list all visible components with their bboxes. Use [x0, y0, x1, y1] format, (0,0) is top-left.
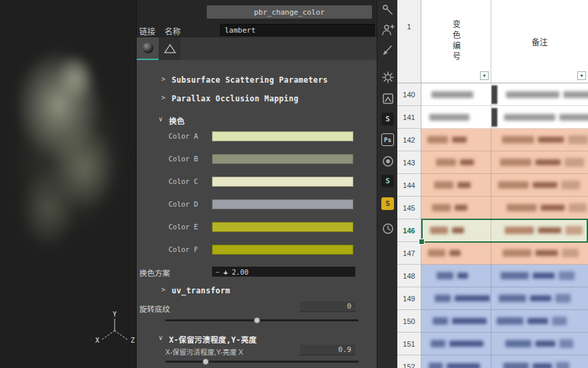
cell-note[interactable]	[491, 310, 588, 333]
cell-recolor-id[interactable]	[421, 310, 491, 333]
active-yellow-icon[interactable]: S	[379, 195, 396, 212]
section-uv-transform[interactable]: > uv_transform	[161, 286, 230, 295]
rotate-slider-handle[interactable]	[254, 317, 260, 323]
frame-icon[interactable]	[379, 90, 396, 107]
table-row[interactable]: 147	[397, 242, 588, 265]
section-recolor[interactable]: ∨ 换色	[159, 115, 185, 126]
cell-recolor-id[interactable]	[421, 265, 491, 287]
substance2-icon[interactable]: S	[379, 173, 396, 189]
row-number[interactable]: 140	[397, 83, 421, 106]
cell-recolor-id[interactable]	[421, 219, 491, 242]
table-row[interactable]: 146	[397, 219, 588, 242]
cell-recolor-id[interactable]	[421, 333, 491, 355]
blurred-content	[533, 273, 555, 279]
row-number[interactable]: 143	[397, 151, 421, 174]
table-row[interactable]: 144	[397, 174, 588, 197]
axis-gizmo-icon[interactable]: Y X Z	[92, 311, 140, 353]
viewport-3d[interactable]: Y X Z	[0, 0, 137, 368]
row-number[interactable]: 152	[397, 355, 421, 368]
rotate-slider-track[interactable]	[165, 319, 359, 321]
filter-dropdown-icon[interactable]: ▼	[577, 71, 586, 80]
decrement-icon[interactable]: −	[215, 268, 219, 276]
table-row[interactable]: 150	[397, 310, 588, 333]
cell-note[interactable]	[491, 265, 588, 287]
substance-icon[interactable]: S	[379, 111, 396, 127]
table-row[interactable]: 148	[397, 265, 588, 287]
table-row[interactable]: 145	[397, 197, 588, 219]
row-number[interactable]: 145	[397, 197, 421, 219]
filter-dropdown-icon[interactable]: ▼	[480, 71, 489, 80]
row-number[interactable]: 146	[397, 219, 421, 242]
color-a-swatch[interactable]	[212, 131, 353, 141]
section-stain[interactable]: ∨ X-保留污渍程度,Y-亮度	[159, 334, 257, 345]
scheme-slider[interactable]: − + 2.00	[212, 267, 355, 277]
cell-recolor-id[interactable]	[421, 355, 491, 368]
cell-note[interactable]	[491, 287, 588, 310]
cell-recolor-id[interactable]	[421, 83, 491, 106]
stain-slider-handle[interactable]	[203, 359, 209, 365]
material-preset-button[interactable]: pbr_change_color	[207, 5, 372, 19]
add-user-icon[interactable]	[379, 21, 396, 38]
tab-material[interactable]	[137, 37, 159, 60]
section-label: Parallax Occlusion Mapping	[171, 94, 298, 103]
table-row[interactable]: 143	[397, 151, 588, 174]
color-f-swatch[interactable]	[212, 245, 353, 255]
table-row[interactable]: 140	[397, 83, 588, 106]
row-number[interactable]: 151	[397, 333, 421, 355]
pen-icon[interactable]	[379, 41, 396, 58]
color-c-swatch[interactable]	[212, 177, 353, 187]
scheme-value: 2.00	[232, 268, 249, 276]
table-row[interactable]: 142	[397, 129, 588, 151]
wrench-icon[interactable]	[379, 1, 396, 18]
cell-note[interactable]	[491, 106, 588, 129]
increment-icon[interactable]: +	[223, 268, 227, 276]
row-number[interactable]: 148	[397, 265, 421, 287]
target-icon[interactable]	[379, 153, 396, 169]
header-cell-recolor-id[interactable]: 变色编号 ▼	[421, 0, 491, 83]
header-cell-note[interactable]: 备注 ▼	[491, 0, 588, 83]
section-subsurface[interactable]: > Subsurface Scattering Parameters	[161, 75, 328, 85]
cell-recolor-id[interactable]	[421, 242, 491, 265]
cell-note[interactable]	[491, 242, 588, 265]
cell-note[interactable]	[491, 151, 588, 174]
cell-recolor-id[interactable]	[421, 287, 491, 310]
section-parallax[interactable]: > Parallax Occlusion Mapping	[161, 94, 299, 103]
row-number[interactable]: 144	[397, 174, 421, 197]
row-number[interactable]: 1	[397, 0, 421, 83]
table-row[interactable]: 152	[397, 355, 588, 368]
cell-recolor-id[interactable]	[421, 106, 491, 129]
color-d-swatch[interactable]	[212, 199, 353, 209]
blurred-content	[431, 91, 473, 98]
cell-note[interactable]	[491, 83, 588, 106]
row-number[interactable]: 149	[397, 287, 421, 310]
gear-icon[interactable]	[379, 69, 396, 85]
cell-recolor-id[interactable]	[421, 151, 491, 174]
cell-note[interactable]	[491, 219, 588, 242]
cell-recolor-id[interactable]	[421, 129, 491, 151]
row-number[interactable]: 141	[397, 106, 421, 129]
cell-note[interactable]	[491, 333, 588, 355]
row-number[interactable]: 142	[397, 129, 421, 151]
stain-slider-track[interactable]	[165, 361, 359, 363]
blurred-content	[437, 272, 453, 279]
cell-note[interactable]	[491, 129, 588, 151]
history-icon[interactable]	[379, 220, 396, 237]
row-number[interactable]: 150	[397, 310, 421, 333]
stain-x-value-field[interactable]: 0.9	[300, 345, 355, 355]
cell-recolor-id[interactable]	[421, 197, 491, 219]
table-row[interactable]: 151	[397, 333, 588, 355]
photoshop-icon[interactable]: Ps	[379, 131, 396, 148]
color-b-swatch[interactable]	[212, 154, 353, 164]
cell-recolor-id[interactable]	[421, 174, 491, 197]
material-name-input[interactable]	[220, 24, 375, 36]
row-number[interactable]: 147	[397, 242, 421, 265]
cell-note[interactable]	[491, 174, 588, 197]
color-e-swatch[interactable]	[212, 222, 353, 232]
table-row[interactable]: 141	[397, 106, 588, 129]
cell-note[interactable]	[491, 355, 588, 368]
table-row[interactable]: 149	[397, 287, 588, 310]
blurred-content	[434, 181, 453, 189]
rotate-value-field[interactable]: 0	[300, 301, 355, 312]
cell-note[interactable]	[491, 197, 588, 219]
tab-utility[interactable]	[159, 37, 181, 60]
